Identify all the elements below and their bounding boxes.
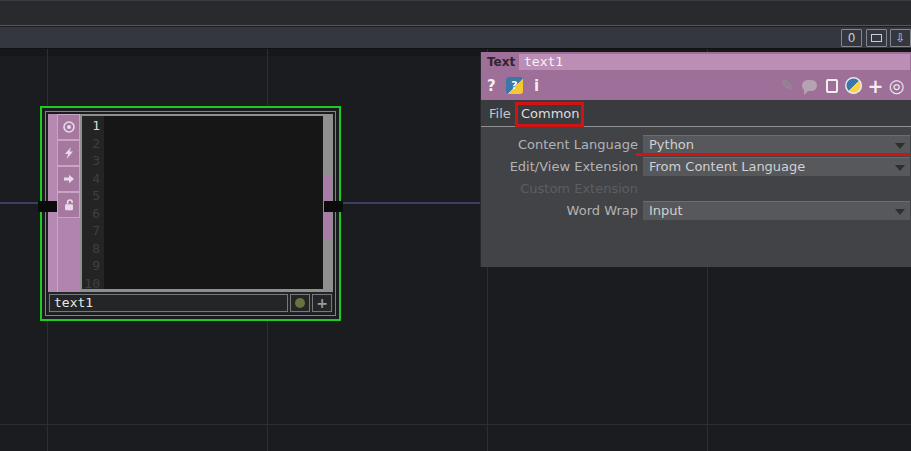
pencil-icon: ✎ (781, 76, 794, 95)
node-input-connector[interactable] (38, 201, 57, 212)
target-icon: ◎ (889, 75, 905, 96)
line-number: 3 (82, 152, 100, 170)
grid-line-horizontal (0, 424, 911, 425)
parameter-page-common: Content Language Python Edit/View Extens… (481, 127, 911, 267)
node-output-connector[interactable] (324, 201, 343, 212)
python-help-button[interactable]: ? (506, 77, 523, 94)
content-language-dropdown[interactable]: Python (643, 135, 910, 154)
param-label[interactable]: Content Language (481, 135, 638, 154)
python-expressions-button[interactable] (844, 76, 863, 95)
line-number: 2 (82, 135, 100, 153)
maximize-button[interactable] (866, 29, 887, 47)
annotation-underline-python (636, 153, 910, 156)
dropdown-value: From Content Language (649, 159, 805, 174)
param-row-custom-extension: Custom Extension (481, 179, 911, 198)
help-button[interactable]: ? (487, 76, 496, 96)
parameter-panel-header: Text text1 (481, 52, 911, 72)
line-number-gutter: 1 2 3 4 5 6 7 8 9 10 11 (82, 116, 104, 289)
node-flag-filler (57, 218, 80, 292)
viewer-icon (62, 120, 76, 134)
lock-flag-button[interactable] (57, 192, 80, 218)
add-parameter-button[interactable]: + (866, 76, 885, 95)
scrollbar-thumb[interactable] (324, 175, 332, 204)
node-name-field[interactable]: text1 (49, 294, 288, 312)
plus-icon: + (868, 75, 884, 97)
node-viewer-frame: 1 2 3 4 5 6 7 8 9 10 11 (80, 114, 333, 292)
word-wrap-dropdown[interactable]: Input (643, 201, 910, 220)
node-bypass-toggle[interactable] (290, 294, 310, 312)
node-name-bar: text1 + (48, 292, 333, 313)
target-button[interactable]: ◎ (887, 76, 906, 95)
node-flag-column (57, 114, 80, 292)
scrollbar-thumb[interactable] (324, 211, 332, 239)
operator-name-field[interactable]: text1 (519, 54, 910, 70)
param-label[interactable]: Edit/View Extension (481, 157, 638, 176)
node-add-button[interactable]: + (312, 294, 332, 312)
line-number: 7 (82, 222, 100, 240)
param-label: Custom Extension (481, 179, 638, 198)
text-dat-node[interactable]: 1 2 3 4 5 6 7 8 9 10 11 (40, 106, 341, 321)
param-row-content-language: Content Language Python (481, 135, 911, 154)
operator-type-label: Text (487, 52, 515, 72)
bypass-dot-icon (295, 298, 305, 308)
viewer-flag-button[interactable] (57, 114, 80, 140)
dropdown-value: Input (649, 203, 683, 218)
unlock-icon (62, 198, 76, 212)
info-button[interactable]: i (534, 76, 539, 96)
toolbar: 0 ⇩ (0, 27, 911, 49)
annotation-box-common-tab (515, 102, 584, 127)
maximize-icon (871, 34, 882, 42)
chevron-down-icon (895, 143, 905, 149)
node-body: 1 2 3 4 5 6 7 8 9 10 11 (45, 111, 336, 316)
param-row-word-wrap: Word Wrap Input (481, 201, 911, 220)
param-label[interactable]: Word Wrap (481, 201, 638, 220)
line-number: 8 (82, 240, 100, 258)
export-flag-button[interactable] (57, 166, 80, 192)
dock-down-button[interactable]: ⇩ (890, 29, 911, 47)
code-area[interactable] (104, 116, 323, 289)
plus-icon: + (316, 296, 328, 310)
copy-parameters-button[interactable] (822, 76, 841, 95)
parameter-panel-toolbar: ? ? i ✎ + ◎ (481, 72, 911, 100)
zero-button[interactable]: 0 (841, 29, 862, 47)
line-number: 1 (82, 117, 100, 135)
parameter-panel: Text text1 ? ? i ✎ + ◎ (480, 52, 911, 267)
text-editor-viewer[interactable]: 1 2 3 4 5 6 7 8 9 10 11 (82, 116, 323, 289)
titlebar (0, 0, 911, 26)
line-number: 6 (82, 205, 100, 223)
line-number: 5 (82, 187, 100, 205)
comment-icon (802, 80, 817, 91)
arrow-right-icon (62, 172, 76, 186)
copy-icon (826, 79, 838, 93)
chevron-down-icon (895, 165, 905, 171)
cook-flag-button[interactable] (57, 140, 80, 166)
param-row-edit-view-extension: Edit/View Extension From Content Languag… (481, 157, 911, 176)
lightning-icon (62, 146, 76, 160)
chevron-down-icon (895, 209, 905, 215)
line-number: 9 (82, 257, 100, 275)
tab-file[interactable]: File (489, 104, 511, 124)
line-number: 10 (82, 275, 100, 290)
line-number: 4 (82, 170, 100, 188)
edit-view-extension-dropdown[interactable]: From Content Language (643, 157, 910, 176)
comment-button[interactable] (800, 76, 819, 95)
network-canvas[interactable]: 0 ⇩ (0, 0, 911, 451)
python-icon (845, 77, 862, 94)
edit-parameters-button[interactable]: ✎ (778, 76, 797, 95)
dropdown-value: Python (649, 137, 694, 152)
